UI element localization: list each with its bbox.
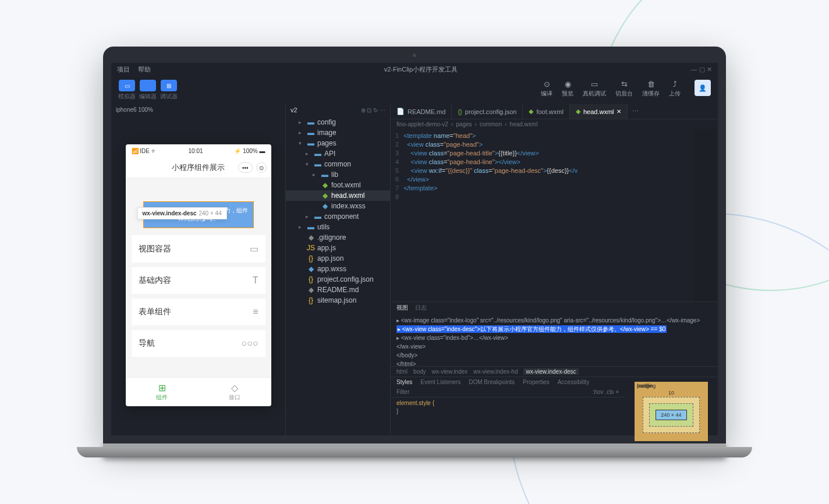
editor-tab[interactable]: {}project.config.json bbox=[452, 104, 523, 119]
code-line[interactable]: </view> bbox=[403, 175, 695, 184]
code-line[interactable]: <template name="head"> bbox=[403, 132, 695, 140]
dom-path-item[interactable]: wx-view.index-desc bbox=[523, 368, 578, 375]
devtools-tab[interactable]: 日志 bbox=[415, 304, 427, 312]
close-button[interactable]: ⊙ bbox=[256, 162, 267, 173]
code-line[interactable]: <view wx:if="{{desc}}" class="page-head-… bbox=[403, 166, 695, 175]
tree-item[interactable]: ◆app.wxss bbox=[286, 264, 390, 274]
tree-item[interactable]: {}sitemap.json bbox=[286, 295, 390, 306]
list-item[interactable]: 导航○○○ bbox=[132, 330, 265, 357]
tree-item[interactable]: ▾▬pages bbox=[286, 138, 390, 148]
tree-item[interactable]: {}project.config.json bbox=[286, 274, 390, 285]
dom-node[interactable]: ▸ <wx-image class="index-logo" src="../r… bbox=[396, 316, 712, 325]
toolbar-button[interactable]: 编辑器 bbox=[139, 80, 157, 101]
css-rule[interactable]: element.style {} bbox=[391, 397, 625, 417]
dom-node[interactable]: </body> bbox=[396, 351, 712, 360]
styles-tab[interactable]: Styles bbox=[396, 379, 412, 385]
tree-item[interactable]: ▸▬component bbox=[286, 211, 390, 222]
menubar: 项目帮助 v2-FinClip小程序开发工具 — ▢ ✕ bbox=[111, 63, 718, 76]
status-time: 10:01 bbox=[189, 148, 203, 154]
styles-tab[interactable]: DOM Breakpoints bbox=[469, 379, 515, 385]
dom-node[interactable]: ▸ <wx-view class="index-desc">以下将展示小程序官方… bbox=[396, 325, 712, 333]
phone-preview: 📶 IDE ᯤ 10:01 ⚡ 100% ▬ 小程序组件展示 ••• ⊙ bbox=[126, 144, 271, 406]
more-button[interactable]: ••• bbox=[238, 162, 253, 173]
tab-item[interactable]: ⊞组件 bbox=[126, 378, 199, 406]
tree-item[interactable]: ▸▬config bbox=[286, 117, 390, 127]
styles-tab[interactable]: Accessibility bbox=[558, 379, 589, 385]
tree-item[interactable]: ▾▬common bbox=[286, 159, 390, 169]
tree-item[interactable]: {}app.json bbox=[286, 253, 390, 264]
filter-options[interactable]: :hov .cls + bbox=[593, 389, 619, 395]
list-item[interactable]: 表单组件≡ bbox=[132, 299, 265, 325]
avatar[interactable]: 👤 bbox=[695, 80, 711, 96]
editor-tab[interactable]: ◆foot.wxml bbox=[523, 104, 569, 119]
code-line[interactable]: <view class="page-head-title">{{title}}<… bbox=[403, 149, 695, 158]
dom-node[interactable]: </wx-view> bbox=[396, 342, 712, 351]
code-line[interactable] bbox=[403, 193, 695, 201]
list-item[interactable]: 基础内容T bbox=[132, 267, 265, 294]
editor-tab[interactable]: 📄README.md bbox=[391, 104, 452, 119]
status-right: ⚡ 100% ▬ bbox=[234, 148, 265, 154]
tree-item[interactable]: ▸▬lib bbox=[286, 169, 390, 180]
simulator-panel: iphone6 100% 📶 IDE ᯤ 10:01 ⚡ 100% ▬ 小程序组… bbox=[111, 104, 286, 435]
css-rule[interactable]: </span><div class="css-selector">.index-… bbox=[391, 417, 625, 421]
tree-item[interactable]: JSapp.js bbox=[286, 243, 390, 253]
tree-item[interactable]: ◆index.wxss bbox=[286, 201, 390, 211]
inspector-tooltip: wx-view.index-desc240 × 44 bbox=[137, 207, 227, 219]
list-item[interactable]: 视图容器▭ bbox=[132, 235, 265, 262]
tree-item[interactable]: ▸▬API bbox=[286, 148, 390, 159]
styles-tab[interactable]: Properties bbox=[523, 379, 550, 385]
toolbar-button[interactable]: ▭模拟器 bbox=[118, 80, 136, 101]
status-left: 📶 IDE ᯤ bbox=[132, 148, 157, 154]
code-line[interactable]: <view class="page-head-line"></view> bbox=[403, 158, 695, 166]
tab-item[interactable]: ◇接口 bbox=[199, 378, 271, 406]
box-model: margin 10 border padding 240 × 44 bbox=[625, 387, 718, 435]
laptop-frame: 项目帮助 v2-FinClip小程序开发工具 — ▢ ✕ ▭模拟器编辑器⊞调试器… bbox=[103, 47, 726, 457]
dom-node[interactable]: </html> bbox=[396, 360, 712, 366]
toolbar-button[interactable]: ▭真机调试 bbox=[583, 80, 606, 98]
tree-item[interactable]: ▸▬utils bbox=[286, 222, 390, 232]
explorer-root: v2 bbox=[290, 107, 297, 113]
editor-panel: 📄README.md{}project.config.json◆foot.wxm… bbox=[391, 104, 718, 435]
toolbar-button[interactable]: ⤴上传 bbox=[669, 80, 681, 98]
filter-input[interactable]: Filter bbox=[396, 389, 409, 395]
styles-tab[interactable]: Event Listeners bbox=[420, 379, 460, 385]
toolbar-button[interactable]: ⇆切后台 bbox=[615, 80, 633, 98]
ide-window: 项目帮助 v2-FinClip小程序开发工具 — ▢ ✕ ▭模拟器编辑器⊞调试器… bbox=[111, 63, 718, 435]
dom-path-item[interactable]: wx-view.index-hd bbox=[473, 368, 518, 375]
tree-item[interactable]: ◆foot.wxml bbox=[286, 180, 390, 190]
toolbar: ▭模拟器编辑器⊞调试器 ⊙编译◉预览▭真机调试⇆切后台🗑清缓存⤴上传👤 bbox=[111, 76, 718, 104]
toolbar-button[interactable]: ◉预览 bbox=[562, 80, 573, 98]
menu-item[interactable]: 项目 bbox=[117, 65, 130, 74]
app-title: 小程序组件展示 bbox=[172, 162, 225, 173]
minimap[interactable] bbox=[695, 129, 718, 301]
file-explorer: v2 ⊕ ⊡ ↻ ⋯ ▸▬config▸▬image▾▬pages▸▬API▾▬… bbox=[286, 104, 391, 435]
dom-path-item[interactable]: body bbox=[413, 368, 426, 375]
window-controls[interactable]: — ▢ ✕ bbox=[691, 66, 712, 73]
toolbar-button[interactable]: ⊙编译 bbox=[541, 80, 552, 98]
tree-item[interactable]: ◆head.wxml bbox=[286, 190, 390, 201]
device-label: iphone6 100% bbox=[111, 104, 285, 115]
breadcrumb-item[interactable]: pages bbox=[456, 121, 472, 127]
breadcrumb-item[interactable]: head.wxml bbox=[510, 121, 538, 127]
devtools: 视图日志 ▸ <wx-image class="index-logo" src=… bbox=[391, 301, 718, 435]
dom-node[interactable]: ▸ <wx-view class="index-bd">…</wx-view> bbox=[396, 333, 712, 342]
menu-item[interactable]: 帮助 bbox=[138, 65, 151, 74]
tabs-more[interactable]: ⋯ bbox=[628, 104, 643, 119]
editor-tab[interactable]: ◆head.wxml✕ bbox=[570, 104, 628, 119]
dom-path-item[interactable]: html bbox=[396, 368, 408, 375]
breadcrumb-item[interactable]: fino-applet-demo-v2 bbox=[396, 121, 448, 127]
toolbar-button[interactable]: ⊞调试器 bbox=[160, 80, 178, 101]
tree-item[interactable]: ▸▬image bbox=[286, 127, 390, 138]
code-line[interactable]: </template> bbox=[403, 184, 695, 193]
tree-item[interactable]: ◆README.md bbox=[286, 285, 390, 295]
explorer-actions[interactable]: ⊕ ⊡ ↻ ⋯ bbox=[361, 107, 385, 113]
devtools-tab[interactable]: 视图 bbox=[396, 304, 408, 312]
window-title: v2-FinClip小程序开发工具 bbox=[384, 65, 458, 74]
breadcrumb-item[interactable]: common bbox=[480, 121, 502, 127]
tree-item[interactable]: ◆.gitignore bbox=[286, 232, 390, 243]
dom-path-item[interactable]: wx-view.index bbox=[432, 368, 468, 375]
code-line[interactable]: <view class="page-head"> bbox=[403, 140, 695, 149]
toolbar-button[interactable]: 🗑清缓存 bbox=[642, 80, 660, 98]
